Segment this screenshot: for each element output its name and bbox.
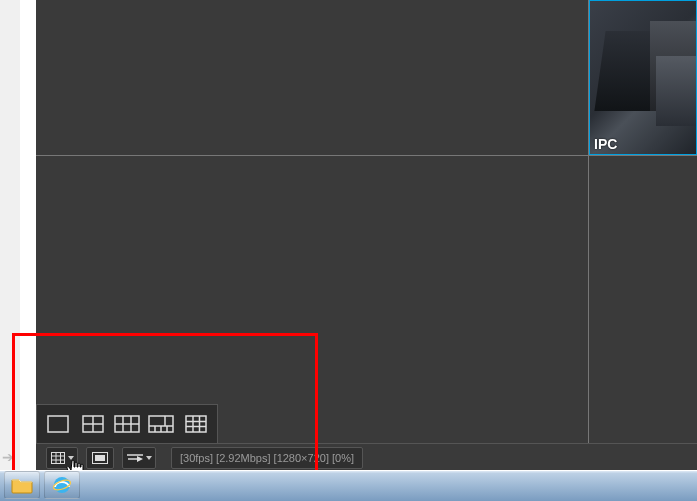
chevron-down-icon xyxy=(68,456,74,460)
status-resolution: [1280×720] xyxy=(274,452,329,464)
chevron-down-icon xyxy=(146,456,152,460)
gutter-arrow-icon: ➔ xyxy=(2,450,14,464)
display-ratio-dropdown-button[interactable] xyxy=(122,447,156,469)
split-option-4[interactable] xyxy=(79,413,107,435)
grid-horizontal-divider xyxy=(36,155,697,156)
grid-6-icon xyxy=(114,415,140,433)
svg-rect-0 xyxy=(48,416,68,432)
svg-rect-14 xyxy=(186,416,206,432)
split-view-dropdown-button[interactable] xyxy=(46,447,78,469)
status-loss: [0%] xyxy=(332,452,354,464)
camera-tile-ipc[interactable]: IPC xyxy=(589,0,697,155)
grid-1-icon xyxy=(47,415,69,433)
video-grid-viewport: IPC xyxy=(36,0,697,471)
fullscreen-button[interactable] xyxy=(86,447,114,469)
ie-icon xyxy=(52,475,72,495)
status-fps: [30fps] xyxy=(180,452,213,464)
left-scroll-gutter xyxy=(0,0,20,480)
grid-9-icon xyxy=(185,415,207,433)
status-bitrate: [2.92Mbps] xyxy=(216,452,270,464)
grid-4-icon xyxy=(82,415,104,433)
split-option-9[interactable] xyxy=(182,413,210,435)
grid-icon xyxy=(51,452,65,464)
split-option-6[interactable] xyxy=(113,413,141,435)
left-white-margin xyxy=(20,0,36,480)
fullscreen-icon xyxy=(92,452,108,464)
svg-rect-25 xyxy=(95,455,105,461)
windows-taskbar xyxy=(0,470,697,501)
svg-marker-28 xyxy=(137,456,143,462)
svg-rect-19 xyxy=(51,453,64,464)
taskbar-item-browser[interactable] xyxy=(44,471,80,499)
ratio-icon xyxy=(127,453,143,463)
split-option-1[interactable] xyxy=(44,413,72,435)
grid-8-icon xyxy=(148,415,174,433)
stream-status-readout: [30fps] [2.92Mbps] [1280×720] [0%] xyxy=(171,447,363,469)
taskbar-item-explorer[interactable] xyxy=(4,471,40,499)
camera-label: IPC xyxy=(594,136,617,152)
split-view-popup xyxy=(36,404,218,444)
folder-icon xyxy=(11,476,33,494)
playback-toolbar: [30fps] [2.92Mbps] [1280×720] [0%] xyxy=(36,443,697,471)
split-option-8[interactable] xyxy=(147,413,175,435)
camera-image-placeholder xyxy=(656,56,696,126)
